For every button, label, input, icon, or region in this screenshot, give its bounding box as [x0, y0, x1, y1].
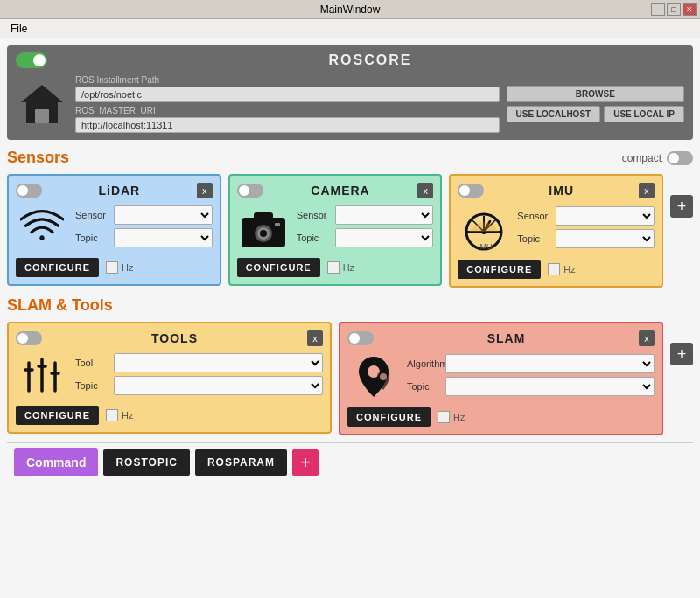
slam-toggle[interactable] [347, 331, 374, 345]
slam-icon [347, 353, 400, 400]
sensors-title: Sensors [7, 149, 69, 167]
slam-section-header: SLAM & Tools [7, 296, 693, 315]
compact-toggle[interactable] [667, 151, 693, 165]
camera-topic-select[interactable] [335, 228, 434, 247]
camera-body: Sensor Topic [237, 205, 434, 251]
slam-algo-select[interactable] [445, 354, 654, 373]
compact-label: compact [622, 152, 662, 164]
roscore-toggle[interactable] [16, 52, 47, 68]
lidar-footer: CONFIGURE Hz [16, 258, 213, 277]
imu-topic-label: Topic [517, 233, 552, 244]
minimize-button[interactable]: — [651, 3, 665, 16]
browse-button[interactable]: BROWSE [507, 86, 684, 102]
camera-close-button[interactable]: x [417, 183, 433, 198]
camera-footer: CONFIGURE Hz [237, 258, 434, 277]
slam-algo-row: Algorithm [407, 354, 654, 373]
tools-close-button[interactable]: x [307, 330, 323, 346]
lidar-hz-checkbox[interactable] [106, 261, 118, 274]
imu-toggle[interactable] [458, 184, 484, 198]
svg-text:IMU: IMU [478, 242, 493, 251]
lidar-topic-label: Topic [75, 233, 110, 243]
ros-uri-row: ROS_MASTER_URI [75, 106, 500, 133]
lidar-fields: Sensor Topic [75, 205, 213, 251]
tools-topic-select[interactable] [114, 376, 323, 395]
tools-toggle-knob [18, 333, 28, 344]
imu-hz-checkbox[interactable] [548, 263, 560, 275]
slam-hz-checkbox[interactable] [438, 411, 450, 423]
imu-footer: CONFIGURE Hz [458, 260, 654, 279]
tools-hz-checkbox[interactable] [106, 409, 118, 421]
lidar-toggle[interactable] [16, 184, 42, 198]
ros-uri-label: ROS_MASTER_URI [75, 106, 500, 133]
imu-hz-label: Hz [564, 264, 575, 275]
main-content: ROSCORE ROS Installment Path [0, 38, 700, 598]
tools-card: TOOLS x [7, 322, 332, 434]
title-bar-controls: — □ ✕ [651, 3, 696, 16]
slam-hz-label: Hz [453, 412, 465, 422]
imu-sensor-select[interactable] [556, 206, 654, 226]
camera-configure-button[interactable]: CONFIGURE [237, 258, 320, 277]
sensors-section-header: Sensors compact [7, 149, 693, 167]
svg-point-19 [380, 373, 387, 380]
imu-title: IMU [484, 184, 639, 198]
tools-header: TOOLS x [16, 330, 323, 346]
imu-body: IMU Sensor Topic [458, 205, 654, 253]
ros-uri-input[interactable] [75, 117, 500, 133]
camera-sensor-row: Sensor [297, 205, 434, 225]
tools-body: Tool Topic [16, 353, 323, 399]
slam-topic-select[interactable] [445, 377, 654, 396]
add-sensor-button[interactable]: + [670, 195, 693, 218]
sensors-section: Sensors compact LiDAR x [7, 149, 693, 288]
lidar-topic-row: Topic [75, 228, 213, 247]
tools-configure-button[interactable]: CONFIGURE [16, 406, 99, 425]
imu-sensor-row: Sensor [517, 206, 654, 226]
camera-icon [237, 207, 290, 249]
imu-topic-select[interactable] [556, 229, 654, 248]
add-slam-button[interactable]: + [670, 343, 693, 365]
roscore-section: ROSCORE ROS Installment Path [7, 45, 693, 140]
menu-bar: File [0, 19, 700, 38]
slam-header: SLAM x [347, 330, 654, 346]
add-command-button[interactable]: + [292, 449, 318, 476]
camera-hz-checkbox[interactable] [327, 261, 340, 274]
tools-tool-select[interactable] [114, 353, 323, 372]
imu-configure-button[interactable]: CONFIGURE [458, 260, 541, 279]
lidar-toggle-knob [18, 185, 28, 196]
camera-toggle[interactable] [237, 184, 263, 198]
lidar-sensor-select[interactable] [114, 205, 213, 225]
camera-card: CAMERA x [228, 174, 443, 286]
roscore-toggle-knob [33, 54, 46, 66]
use-localhost-button[interactable]: USE LOCALHOST [507, 106, 601, 122]
slam-hz-row: Hz [438, 411, 465, 423]
file-menu[interactable]: File [5, 21, 32, 37]
title-bar: MainWindow — □ ✕ [0, 0, 700, 19]
compact-toggle-knob [668, 153, 679, 163]
tools-hz-row: Hz [106, 409, 133, 421]
ros-path-input[interactable] [75, 87, 500, 102]
lidar-close-button[interactable]: x [197, 183, 213, 198]
tools-toggle[interactable] [16, 331, 42, 345]
slam-card-title: SLAM [374, 331, 639, 345]
lidar-topic-select[interactable] [114, 228, 213, 247]
rosparam-button[interactable]: ROSPARAM [195, 449, 287, 476]
slam-configure-button[interactable]: CONFIGURE [347, 407, 430, 427]
svg-rect-7 [275, 223, 280, 226]
slam-algo-label: Algorithm [407, 358, 442, 369]
camera-topic-row: Topic [297, 228, 434, 247]
imu-fields: Sensor Topic [517, 206, 654, 252]
imu-close-button[interactable]: x [639, 183, 654, 198]
camera-sensor-select[interactable] [335, 205, 434, 225]
lidar-configure-button[interactable]: CONFIGURE [16, 258, 99, 277]
slam-section: SLAM & Tools TOOLS x [7, 296, 693, 435]
maximize-button[interactable]: □ [667, 3, 681, 16]
imu-header: IMU x [458, 183, 654, 198]
tools-topic-label: Topic [75, 380, 110, 391]
slam-close-button[interactable]: x [639, 330, 654, 346]
slam-grid: TOOLS x [7, 322, 663, 435]
lidar-hz-row: Hz [106, 261, 133, 274]
use-local-ip-button[interactable]: USE LOCAL IP [604, 106, 684, 122]
ros-path-label: ROS Installment Path [75, 75, 500, 102]
lidar-body: Sensor Topic [16, 205, 213, 251]
rostopic-button[interactable]: ROSTOPIC [103, 449, 189, 476]
close-button[interactable]: ✕ [682, 3, 696, 16]
